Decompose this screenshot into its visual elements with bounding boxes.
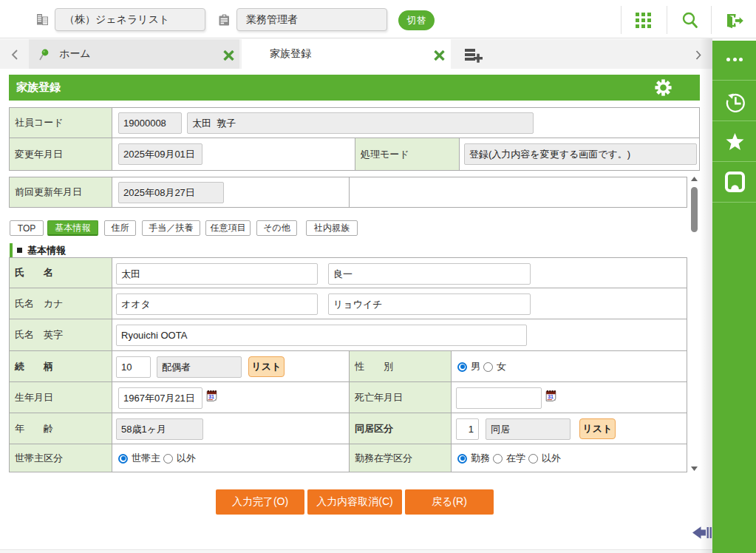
svg-text:31: 31 bbox=[208, 394, 214, 399]
svg-text:31: 31 bbox=[548, 394, 554, 399]
